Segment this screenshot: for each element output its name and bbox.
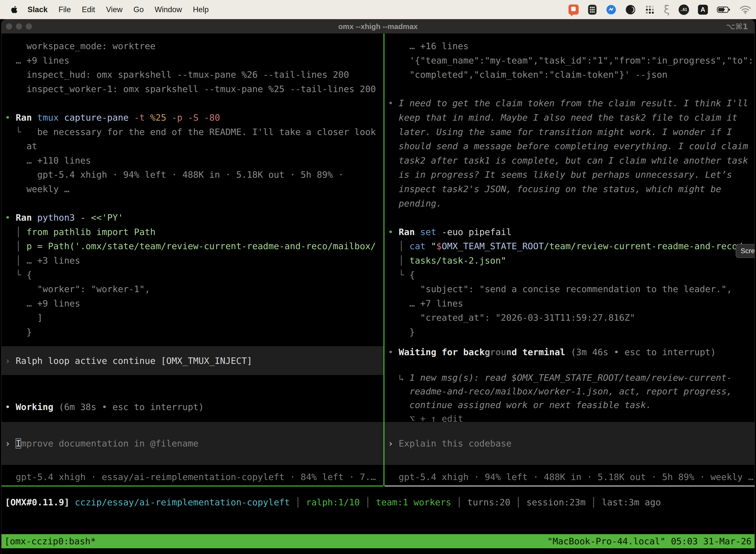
menu-bar: Slack File Edit View Go Window Help: [0, 0, 756, 19]
terminal-line: [5, 96, 383, 110]
terminal-line: workspace_mode: worktree: [5, 39, 383, 53]
menu-item-view[interactable]: View: [106, 5, 123, 14]
pane-divider-vertical[interactable]: [383, 34, 384, 486]
terminal-line: … +9 lines: [5, 53, 383, 68]
terminal-window: omx --xhigh --madmax ⌥⌘1 workspace_mode:…: [1, 19, 755, 554]
tmux-status-bar: [omx-cczip0:bash* "MacBook-Pro-44.local"…: [1, 534, 755, 548]
pane-border-bottom-right: [384, 486, 755, 487]
terminal-line: inspect_worker-1: omx sparkshell --tmux-…: [5, 82, 383, 96]
pane-border-bottom-left: [1, 486, 383, 487]
terminal-line: weekly …: [5, 182, 383, 196]
terminal-line: │ p = Path('.omx/state/team/review-curre…: [5, 239, 383, 254]
left-pane-status-line: gpt-5.4 xhigh · essay/ai-reimplementatio…: [1, 470, 383, 484]
terminal-content: workspace_mode: worktree … +9 lines insp…: [1, 34, 755, 554]
terminal-line: … +9 lines: [5, 296, 383, 311]
left-pane-output: workspace_mode: worktree … +9 lines insp…: [1, 34, 383, 339]
input-source-icon[interactable]: A: [698, 5, 708, 15]
terminal-line: ]: [5, 311, 383, 325]
terminal-line: │ … +3 lines: [5, 254, 383, 268]
right-pane-output: … +16 lines '{"team_name":"my-team","tas…: [384, 34, 755, 339]
queued-message-text: › Ralph loop active continue [OMX_TMUX_I…: [5, 356, 252, 366]
zoom-button[interactable]: [26, 23, 32, 30]
terminal-line: … +110 lines: [5, 153, 383, 168]
chat-badge-icon[interactable]: [568, 4, 579, 15]
wifi-icon[interactable]: [740, 5, 751, 14]
terminal-line: task2 after task1 is complete, but can I…: [388, 153, 755, 168]
right-input-box[interactable]: › Explain this codebase: [384, 422, 755, 465]
terminal-line: [388, 82, 755, 96]
left-pane[interactable]: workspace_mode: worktree … +9 lines insp…: [1, 34, 383, 486]
close-button[interactable]: [6, 23, 12, 30]
window-shortcut: ⌥⌘1: [726, 22, 748, 31]
menu-bar-left: Slack File Edit View Go Window Help: [0, 5, 208, 14]
right-input-text: › Explain this codebase: [388, 438, 512, 448]
menu-item-help[interactable]: Help: [193, 5, 209, 14]
right-pane[interactable]: … +16 lines '{"team_name":"my-team","tas…: [384, 34, 755, 486]
screen-tooltip: Scre: [736, 244, 755, 258]
menu-bar-status-icons: ξ ..61 A: [568, 4, 756, 15]
terminal-line: }: [388, 325, 755, 339]
dots-grid-icon[interactable]: [645, 4, 655, 15]
window-title: omx --xhigh --madmax: [338, 22, 418, 31]
terminal-line: gpt-5.4 xhigh · 94% left · 488K in · 5.1…: [5, 168, 383, 182]
battery-icon[interactable]: [717, 6, 731, 13]
terminal-line: inspect_hud: omx sparkshell --tmux-pane …: [5, 67, 383, 82]
terminal-line: pending.: [388, 196, 755, 211]
terminal-line: [5, 196, 383, 211]
window-titlebar[interactable]: omx --xhigh --madmax ⌥⌘1: [1, 19, 755, 34]
terminal-line: … +16 lines: [388, 39, 755, 53]
apple-menu-icon[interactable]: [11, 5, 18, 14]
terminal-line: at: [5, 139, 383, 153]
terminal-line: is in progress? It seems likely but perh…: [388, 168, 755, 182]
terminal-line: "created_at": "2026-03-31T11:59:27.816Z": [388, 311, 755, 325]
tmux-host-clock: "MacBook-Pro-44.local" 05:03 31-Mar-26: [547, 536, 752, 546]
terminal-line: continue assigned work or next feasible …: [388, 398, 755, 412]
queued-message-box[interactable]: › Ralph loop active continue [OMX_TMUX_I…: [1, 346, 383, 375]
terminal-line: • Ran python3 - <<'PY': [5, 211, 383, 225]
right-pane-status-line: gpt-5.4 xhigh · 94% left · 488K in · 5.1…: [384, 470, 755, 484]
menu-item-go[interactable]: Go: [133, 5, 144, 14]
moon-icon[interactable]: [625, 4, 636, 15]
keypad-shield-icon[interactable]: [587, 4, 597, 15]
working-status-line: • Working (6m 38s • esc to interrupt): [1, 400, 383, 414]
omx-status-bar: [OMX#0.11.9] cczip/essay/ai-reimplementa…: [1, 495, 755, 510]
terminal-line: inspect task2's JSON, focusing on the st…: [388, 182, 755, 196]
terminal-line: "completed","claim_token":"claim-token"}…: [388, 67, 755, 82]
traffic-lights: [6, 19, 32, 34]
mailbox-hint: ↳ 1 new msg(s): read $OMX_TEAM_STATE_ROO…: [384, 371, 755, 426]
left-input-text: › Improve documentation in @filename: [5, 438, 198, 448]
terminal-line: • Ran set -euo pipefail: [388, 225, 755, 239]
menu-item-file[interactable]: File: [59, 5, 71, 14]
squiggle-icon[interactable]: ξ: [664, 4, 670, 15]
terminal-line: └ {: [388, 268, 755, 282]
badge-61-icon[interactable]: ..61: [679, 4, 689, 15]
terminal-line: readme-and-reco/mailbox/worker-1.json, a…: [388, 384, 755, 398]
messenger-icon[interactable]: [606, 4, 616, 15]
terminal-line: keep that in mind. Maybe I also need the…: [388, 110, 755, 125]
terminal-line: '{"team_name":"my-team","task_id":"1","f…: [388, 53, 755, 68]
terminal-line: └ be necessary for the end of the README…: [5, 125, 383, 139]
terminal-line: should send a message before completing …: [388, 139, 755, 153]
menu-item-edit[interactable]: Edit: [82, 5, 95, 14]
minimize-button[interactable]: [16, 23, 22, 30]
tmux-session-label: [omx-cczip0:bash*: [4, 536, 96, 546]
menu-item-window[interactable]: Window: [154, 5, 182, 14]
menu-item-app[interactable]: Slack: [27, 5, 48, 14]
terminal-line: └ {: [5, 268, 383, 282]
terminal-line: │ tasks/task-2.json": [388, 254, 755, 268]
left-input-box[interactable]: › Improve documentation in @filename: [1, 422, 383, 465]
terminal-line: • I need to get the claim token from the…: [388, 96, 755, 110]
terminal-line: │ from pathlib import Path: [5, 225, 383, 239]
terminal-line: … +7 lines: [388, 296, 755, 311]
terminal-line: │ cat "$OMX_TEAM_STATE_ROOT/team/review-…: [388, 239, 755, 254]
terminal-line: "subject": "send a concise recommendatio…: [388, 282, 755, 296]
terminal-line: }: [5, 325, 383, 339]
terminal-line: "worker": "worker-1",: [5, 282, 383, 296]
terminal-line: ↳ 1 new msg(s): read $OMX_TEAM_STATE_ROO…: [388, 371, 755, 384]
terminal-line: [388, 211, 755, 225]
terminal-line: • Ran tmux capture-pane -t %25 -p -S -80: [5, 110, 383, 125]
terminal-line: later. Using the same for transition mig…: [388, 125, 755, 139]
waiting-status-line: • Waiting for background terminal (3m 46…: [384, 345, 755, 359]
